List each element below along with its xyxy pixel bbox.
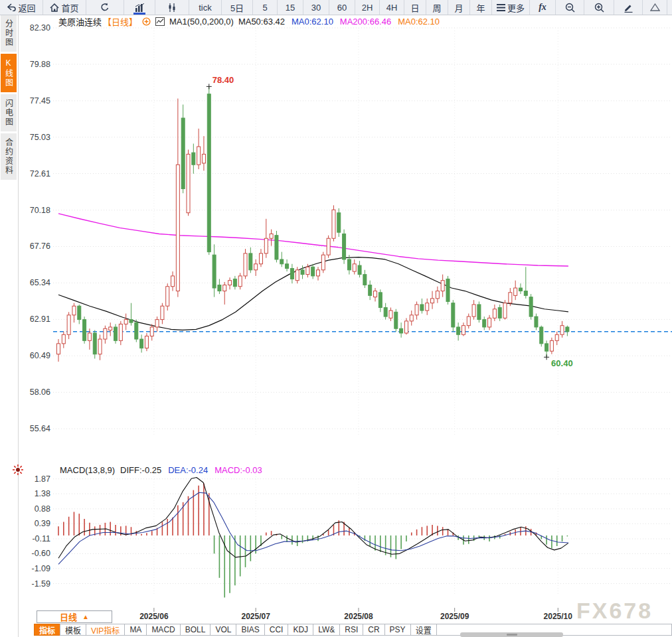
toolbar-item-zoom-in[interactable] <box>584 0 614 15</box>
indicator-tab-MA[interactable]: MA <box>124 624 147 636</box>
ma-values: MA50:63.42MA0:62.10MA200:66.46MA0:62.10 <box>238 17 440 27</box>
h-scrollbar-thumb[interactable] <box>460 632 563 637</box>
toolbar-item-home[interactable]: 首页 <box>43 0 86 15</box>
trading-app-window: 返回首页tick5日51530602H4H日周月年更多fx$模拟 分时图K线图闪… <box>0 0 672 637</box>
macd-axis-label: -0.60 <box>20 549 50 558</box>
selected-underline <box>133 13 145 15</box>
period-tag: 【日线】 <box>103 15 137 28</box>
pencil-icon <box>624 3 633 13</box>
toolbar-item-15[interactable]: 15 <box>278 0 303 15</box>
sidebar-tab-flash-chart[interactable]: 闪电图 <box>1 94 17 131</box>
price-axis-label: 75.03 <box>20 133 50 142</box>
chart-type-icon[interactable] <box>155 17 165 26</box>
indicator-tab-PSY[interactable]: PSY <box>384 624 411 636</box>
time-axis-label: 2025/09 <box>432 612 478 621</box>
indicator-settings-icon[interactable] <box>11 463 25 476</box>
toolbar-item-4H[interactable]: 4H <box>380 0 404 15</box>
price-axis-label: 79.88 <box>20 60 50 69</box>
indicator-tab-LW&[interactable]: LW& <box>313 624 340 636</box>
time-axis-label: 2025/07 <box>232 612 279 621</box>
svg-text:78.40: 78.40 <box>212 75 234 85</box>
triangle-up-icon <box>650 3 660 11</box>
price-axis-label: 82.30 <box>20 23 50 33</box>
indicator-tab-VIP指标[interactable]: VIP指标 <box>86 624 125 636</box>
menu-icon <box>497 4 505 11</box>
ma-value: MA200:66.46 <box>340 17 391 27</box>
chart-header: 美原油连续【日线】 MA1(50,0,200,0) MA50:63.42MA0:… <box>58 17 440 27</box>
toolbar-item-fx[interactable]: fx <box>530 0 556 15</box>
zoom-out-icon <box>565 3 575 13</box>
sidebar-tab-time-chart[interactable]: 分时图 <box>1 15 17 52</box>
toolbar-item-bar-chart[interactable] <box>124 0 155 15</box>
indicator-tab-KDJ[interactable]: KDJ <box>288 624 313 636</box>
ma-value: MA0:62.10 <box>292 17 333 27</box>
indicator-tab-BIAS[interactable]: BIAS <box>236 624 264 636</box>
macd-axis-label: 1.38 <box>20 489 50 498</box>
price-axis-label: 67.76 <box>20 242 50 251</box>
indicator-tab-设置[interactable]: 设置 <box>410 624 437 636</box>
symbol-name: 美原油连续 <box>58 15 102 28</box>
indicator-tab-BOLL[interactable]: BOLL <box>180 624 211 636</box>
indicator-tab-VOL[interactable]: VOL <box>210 624 236 636</box>
home-icon <box>50 3 59 12</box>
macd-title: MACD(13,8,9) <box>60 465 115 475</box>
toolbar-item-zoom-out[interactable] <box>556 0 584 15</box>
indicator-tab-RSI[interactable]: RSI <box>339 624 363 636</box>
macd-value: MACD:-0.03 <box>214 465 262 475</box>
macd-axis-label: -0.11 <box>20 534 50 543</box>
macd-axis-label: -1.09 <box>20 564 50 573</box>
toolbar-item-triangle-down[interactable] <box>667 0 672 15</box>
sidebar-tab-kline-chart[interactable]: K线图 <box>1 54 17 92</box>
price-axis-label: 58.06 <box>20 388 50 397</box>
toolbar-item-30[interactable]: 30 <box>303 0 329 15</box>
chevron-up-icon: ▲ <box>82 613 89 620</box>
toolbar-item-5[interactable]: 5 <box>253 0 278 15</box>
scrollbar-grip <box>507 634 517 636</box>
macd-header: MACD(13,8,9) DIFF:-0.25DEA:-0.24MACD:-0.… <box>60 465 262 475</box>
toolbar-item-triangle-up[interactable] <box>643 0 667 15</box>
left-sidebar: 分时图K线图闪电图合约资料 <box>0 15 19 637</box>
chart-canvas[interactable]: 78.4060.40 <box>0 0 672 637</box>
indicator-tabs: 指标模板VIP指标MAMACDBOLLVOLBIASCCIKDJLW&RSICR… <box>20 624 672 636</box>
ma-settings-label: MA1(50,0,200,0) <box>169 17 234 27</box>
refresh-icon <box>100 3 110 12</box>
price-axis-label: 62.91 <box>20 315 50 324</box>
ma-value: MA0:62.10 <box>398 17 440 27</box>
period-dropdown[interactable]: 日线 ▲ <box>37 610 112 623</box>
svg-text:60.40: 60.40 <box>551 358 573 368</box>
add-indicator-icon[interactable] <box>142 17 151 26</box>
sidebar-tab-contract-info[interactable]: 合约资料 <box>1 133 17 180</box>
price-axis-label: 77.45 <box>20 96 50 106</box>
macd-value: DEA:-0.24 <box>168 465 208 475</box>
top-toolbar: 返回首页tick5日51530602H4H日周月年更多fx$模拟 <box>0 0 672 15</box>
macd-values: DIFF:-0.25DEA:-0.24MACD:-0.03 <box>120 465 262 475</box>
price-axis-label: 70.18 <box>20 206 50 215</box>
indicator-tab-CR[interactable]: CR <box>363 624 384 636</box>
toolbar-item-周[interactable]: 周 <box>426 0 448 15</box>
toolbar-item-candlestick[interactable] <box>155 0 189 15</box>
toolbar-item-年[interactable]: 年 <box>470 0 492 15</box>
time-axis-label: 2025/08 <box>335 612 382 621</box>
indicator-tab-CCI[interactable]: CCI <box>264 624 289 636</box>
toolbar-item-60[interactable]: 60 <box>329 0 355 15</box>
toolbar-item-月[interactable]: 月 <box>448 0 470 15</box>
toolbar-item-tick[interactable]: tick <box>189 0 222 15</box>
toolbar-item-2H[interactable]: 2H <box>355 0 380 15</box>
toolbar-item-back[interactable]: 返回 <box>0 0 43 15</box>
back-icon <box>7 3 16 11</box>
indicator-tab-MACD[interactable]: MACD <box>146 624 180 636</box>
macd-axis-label: -1.59 <box>20 579 50 589</box>
toolbar-item-menu[interactable]: 更多 <box>492 0 530 15</box>
time-axis-label: 2025/06 <box>131 612 177 621</box>
price-axis-label: 60.49 <box>20 351 50 360</box>
toolbar-item-refresh[interactable] <box>86 0 124 15</box>
toolbar-item-5日[interactable]: 5日 <box>222 0 253 15</box>
toolbar-item-日[interactable]: 日 <box>404 0 426 15</box>
macd-axis-label: 0.39 <box>20 519 50 528</box>
ma-value: MA50:63.42 <box>238 17 285 27</box>
candlestick-icon <box>167 3 177 12</box>
indicator-tab-指标[interactable]: 指标 <box>34 624 60 636</box>
indicator-tab-模板[interactable]: 模板 <box>60 624 86 636</box>
price-axis-label: 55.64 <box>20 424 50 433</box>
toolbar-item-pencil[interactable] <box>614 0 643 15</box>
